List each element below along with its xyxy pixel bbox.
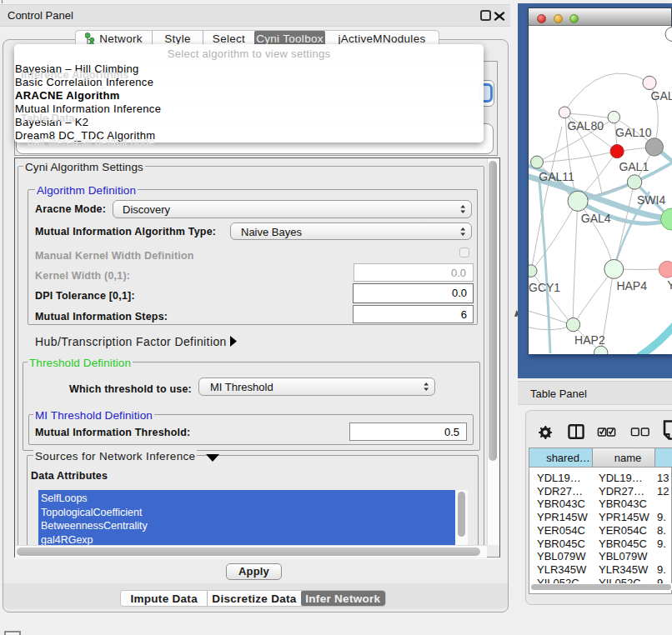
svg-text:GAL1: GAL1: [619, 160, 649, 173]
svg-text:Y: Y: [667, 278, 672, 292]
svg-text:GCY1: GCY1: [529, 281, 560, 294]
svg-text:GAL4: GAL4: [581, 212, 611, 225]
svg-text:GAL80: GAL80: [567, 119, 604, 132]
svg-text:HAP4: HAP4: [616, 279, 647, 292]
svg-text:GAL7: GAL7: [651, 89, 672, 102]
svg-text:GAL11: GAL11: [539, 170, 574, 183]
svg-text:GAL10: GAL10: [615, 126, 652, 139]
svg-text:HAP2: HAP2: [574, 333, 605, 347]
svg-text:SWI4: SWI4: [637, 193, 665, 207]
